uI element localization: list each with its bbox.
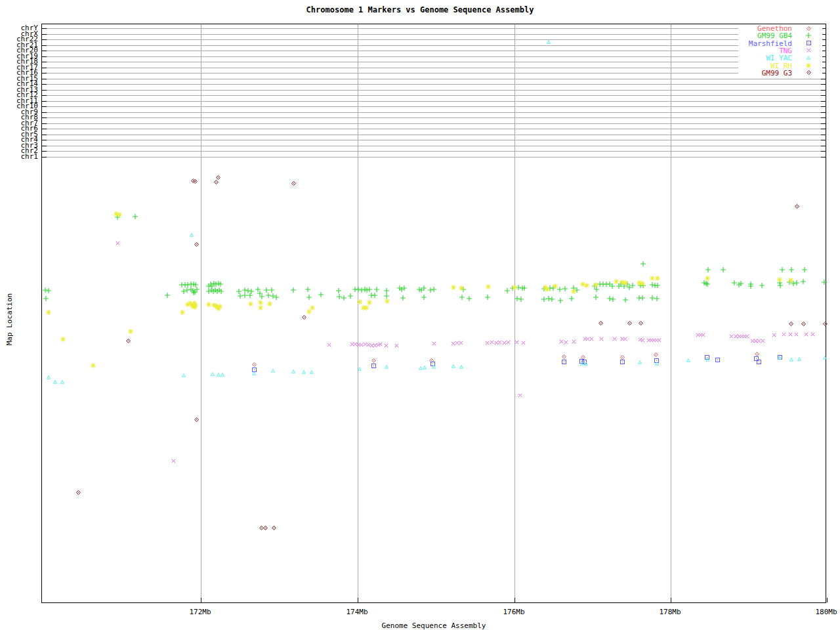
plot-area: GenethonGM99 GB4MarshfieldTNGWI YACWI RH…	[41, 24, 826, 603]
legend-marker-icon-wiyac	[807, 56, 810, 60]
point-gm99g3	[302, 315, 306, 320]
point-tng	[788, 332, 793, 337]
point-wiyac	[655, 362, 659, 366]
point-gm99gb4	[259, 294, 264, 299]
legend-label-wiyac: WI YAC	[687, 54, 792, 62]
point-marshfield	[371, 364, 376, 368]
point-wirh	[486, 284, 491, 289]
point-gm99gb4	[593, 295, 598, 300]
point-wirh	[128, 329, 133, 334]
point-gm99gb4	[522, 285, 527, 291]
point-wirh	[206, 302, 211, 307]
point-gm99g3	[639, 321, 643, 326]
point-wiyac	[190, 233, 194, 237]
point-gm99gb4	[133, 214, 138, 219]
point-tng	[394, 343, 399, 348]
point-gm99gb4	[655, 283, 660, 288]
point-gm99g3	[598, 321, 603, 326]
point-gm99g3	[627, 321, 632, 326]
point-wirh	[705, 276, 710, 281]
axis-tick	[42, 39, 47, 40]
axis-tick	[821, 112, 826, 113]
point-tng	[589, 337, 594, 341]
point-gm99gb4	[341, 295, 346, 301]
point-wirh	[571, 289, 576, 294]
point-gm99gb4	[705, 282, 710, 287]
point-gm99gb4	[264, 287, 269, 293]
point-wirh	[91, 363, 96, 368]
point-gm99gb4	[778, 283, 783, 288]
point-wiyac	[789, 358, 793, 362]
axis-tick	[42, 28, 47, 29]
chromosome-gridline	[42, 101, 826, 102]
point-wiyac	[53, 380, 57, 384]
axis-tick	[42, 95, 47, 96]
point-gm99gb4	[219, 289, 224, 294]
point-wirh	[451, 285, 456, 290]
point-tng	[432, 341, 436, 346]
point-wirh	[623, 280, 628, 285]
point-tng	[116, 241, 120, 245]
axis-tick	[821, 84, 826, 85]
axis-tick	[514, 598, 515, 602]
point-gm99g3	[194, 417, 199, 422]
point-gm99gb4	[372, 293, 377, 298]
axis-tick	[671, 598, 671, 602]
point-wirh	[267, 301, 272, 306]
chromosome-gridline	[42, 117, 826, 118]
point-tng	[384, 343, 388, 348]
point-marshfield	[620, 360, 625, 364]
point-tng	[514, 340, 519, 345]
point-gm99g3	[76, 490, 81, 495]
point-gm99gb4	[218, 282, 223, 287]
point-tng	[810, 332, 815, 337]
point-gm99gb4	[721, 267, 726, 272]
point-wiyac	[385, 365, 388, 369]
axis-tick	[42, 112, 47, 113]
point-tng	[623, 337, 627, 341]
point-gm99gb4	[336, 288, 341, 293]
point-wirh	[60, 337, 66, 342]
point-wiyac	[291, 369, 295, 373]
axis-tick	[42, 45, 47, 46]
point-gm99gb4	[748, 284, 753, 289]
point-gm99gb4	[291, 287, 296, 293]
axis-tick	[42, 79, 47, 79]
point-wiyac	[182, 373, 186, 377]
point-tng	[612, 337, 617, 341]
axis-tick	[42, 123, 47, 124]
point-gm99gb4	[46, 288, 51, 293]
mb-gridline	[201, 24, 201, 602]
axis-tick	[821, 135, 826, 135]
chromosome-gridline	[42, 146, 826, 146]
chromosome-gridline	[42, 135, 826, 135]
axis-tick	[821, 106, 826, 107]
legend-marker-icon-wirh	[806, 63, 811, 68]
point-gm99gb4	[421, 285, 427, 291]
point-tng	[640, 338, 645, 343]
point-marshfield	[562, 360, 566, 364]
point-wirh	[584, 283, 589, 288]
point-wiyac	[459, 365, 463, 369]
axis-tick	[42, 90, 47, 91]
point-wirh	[192, 304, 198, 310]
point-gm99g3	[214, 180, 219, 184]
point-gm99gb4	[640, 295, 645, 301]
axis-tick	[201, 598, 201, 602]
point-gm99gb4	[384, 293, 389, 299]
point-gm99gb4	[367, 287, 372, 292]
point-tng	[506, 340, 511, 345]
point-gm99gb4	[43, 296, 49, 301]
chart-canvas: Chromosome 1 Markers vs Genome Sequence …	[0, 0, 840, 630]
point-wirh	[364, 305, 369, 310]
point-gm99gb4	[485, 295, 490, 300]
chromosome-gridline	[42, 123, 826, 124]
chart-title: Chromosome 1 Markers vs Genome Sequence …	[0, 5, 840, 14]
chromosome-gridline	[42, 79, 826, 79]
point-tng	[459, 341, 463, 345]
axis-tick	[42, 51, 47, 51]
point-tng	[745, 334, 749, 339]
axis-tick	[42, 151, 47, 152]
point-gm99gb4	[505, 288, 510, 293]
point-tng	[518, 393, 522, 398]
